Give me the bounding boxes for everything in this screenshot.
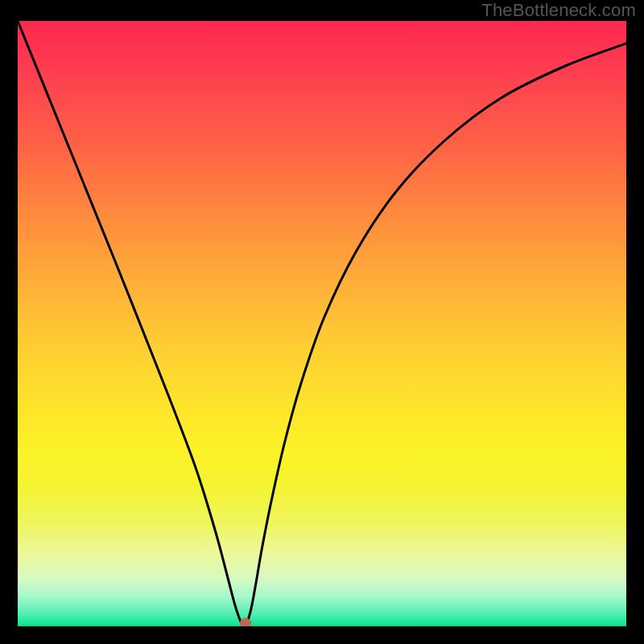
chart-frame: TheBottleneck.com [0, 0, 644, 644]
plot-area [18, 21, 626, 626]
minimum-marker-icon [240, 618, 251, 627]
attribution-label: TheBottleneck.com [481, 0, 636, 21]
bottleneck-curve [18, 21, 626, 626]
